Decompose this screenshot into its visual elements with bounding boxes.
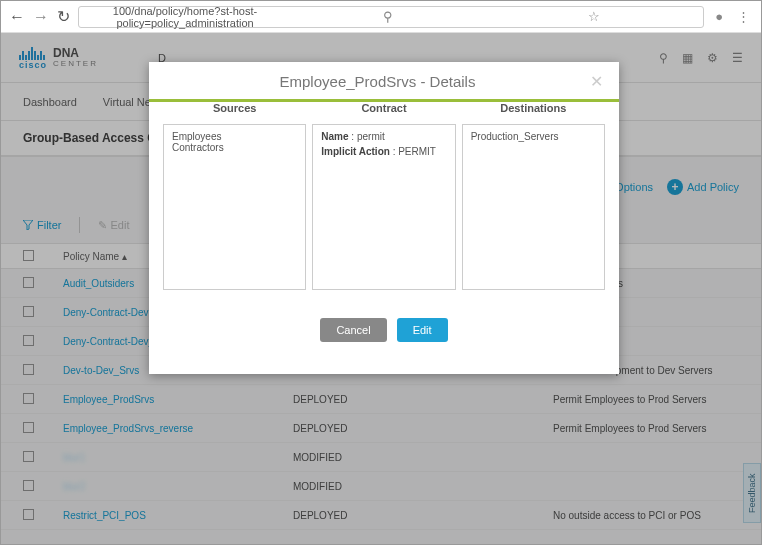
destinations-header: Destinations <box>462 102 605 118</box>
cancel-button[interactable]: Cancel <box>320 318 386 342</box>
profile-icon[interactable]: ● <box>712 9 726 24</box>
sources-header: Sources <box>163 102 306 118</box>
browser-toolbar: ← → ↻ 100/dna/policy/home?st-host-policy… <box>1 1 761 33</box>
kebab-icon[interactable]: ⋮ <box>734 9 753 24</box>
source-item: Contractors <box>172 142 297 153</box>
details-modal: Employee_ProdSrvs - Details ✕ Sources Co… <box>149 62 619 374</box>
modal-title: Employee_ProdSrvs - Details <box>165 73 590 90</box>
destinations-box: Production_Servers <box>462 124 605 290</box>
close-icon[interactable]: ✕ <box>590 72 603 91</box>
edit-button[interactable]: Edit <box>397 318 448 342</box>
destination-item: Production_Servers <box>471 131 596 142</box>
search-icon[interactable]: ⚲ <box>285 9 491 24</box>
reload-icon[interactable]: ↻ <box>57 7 70 26</box>
page: cisco DNA CENTER D ⚲ ▦ ⚙ ☰ Dashboard Vir… <box>1 33 761 545</box>
source-item: Employees <box>172 131 297 142</box>
contract-box: Name : permit Implicit Action : PERMIT <box>312 124 455 290</box>
sources-box: Employees Contractors <box>163 124 306 290</box>
url-text: 100/dna/policy/home?st-host-policy=polic… <box>85 5 285 29</box>
forward-icon: → <box>33 8 49 26</box>
url-bar[interactable]: 100/dna/policy/home?st-host-policy=polic… <box>78 6 704 28</box>
contract-header: Contract <box>312 102 455 118</box>
back-icon[interactable]: ← <box>9 8 25 26</box>
star-icon[interactable]: ☆ <box>491 9 697 24</box>
